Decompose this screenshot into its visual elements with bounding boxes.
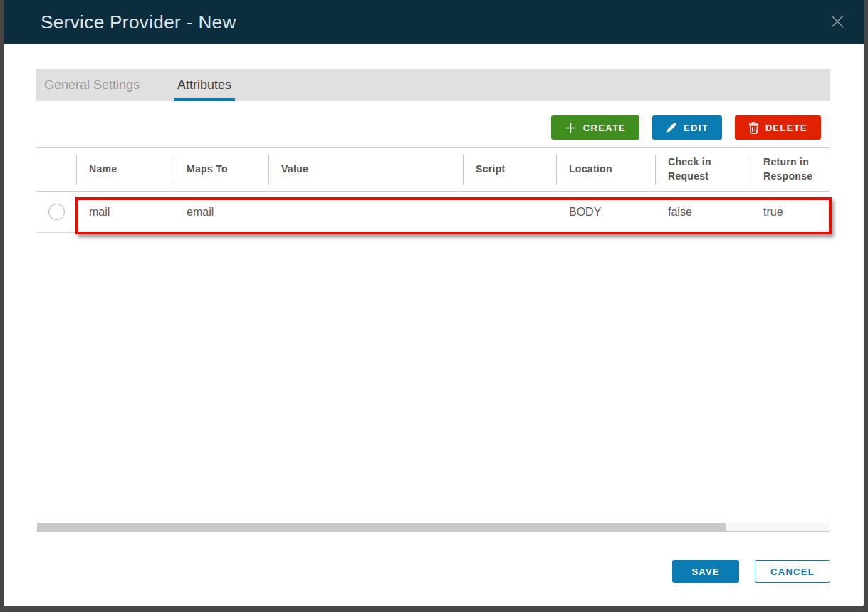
trash-icon (748, 122, 759, 134)
cell-maps-to: email (174, 206, 268, 219)
select-column-header (36, 148, 76, 191)
service-provider-dialog: Service Provider - New General Settings … (4, 0, 864, 606)
column-header-value: Value (268, 148, 463, 191)
tab-attributes[interactable]: Attributes (174, 69, 235, 101)
row-select-cell (36, 192, 76, 232)
column-header-script: Script (463, 148, 556, 191)
row-select-radio[interactable] (48, 204, 65, 220)
create-button[interactable]: CREATE (551, 115, 639, 140)
scrollbar-thumb[interactable] (37, 523, 726, 531)
attributes-table: Name Maps To Value Script Location Check… (36, 147, 830, 532)
close-button[interactable] (828, 13, 847, 31)
table-header-row: Name Maps To Value Script Location Check… (36, 148, 830, 192)
pencil-icon (666, 122, 677, 133)
cell-check-in-request: false (655, 206, 751, 219)
column-header-name: Name (76, 148, 174, 191)
plus-icon (565, 122, 577, 134)
tab-general-settings[interactable]: General Settings (41, 69, 143, 101)
cell-name: mail (76, 206, 174, 219)
cancel-button[interactable]: CANCEL (755, 560, 830, 583)
dialog-body: General Settings Attributes CREATE EDIT (4, 69, 864, 606)
edit-button[interactable]: EDIT (652, 115, 722, 140)
column-header-maps-to: Maps To (174, 148, 268, 191)
dialog-title: Service Provider - New (41, 11, 236, 33)
column-header-check-in-request: Check in Request (655, 148, 751, 191)
dialog-footer: SAVE CANCEL (4, 560, 864, 583)
column-header-location: Location (556, 148, 655, 191)
delete-button[interactable]: DELETE (735, 115, 821, 140)
close-icon (829, 13, 846, 32)
dialog-header: Service Provider - New (4, 0, 864, 44)
save-button[interactable]: SAVE (672, 560, 739, 583)
column-header-return-in-response: Return in Response (751, 148, 830, 191)
table-row[interactable]: mail email BODY false true (36, 192, 830, 233)
attributes-toolbar: CREATE EDIT DELETE (36, 115, 830, 140)
cell-location: BODY (556, 206, 655, 219)
cell-return-in-response: true (751, 206, 830, 219)
horizontal-scrollbar[interactable] (37, 523, 829, 531)
tab-bar: General Settings Attributes (36, 69, 830, 101)
